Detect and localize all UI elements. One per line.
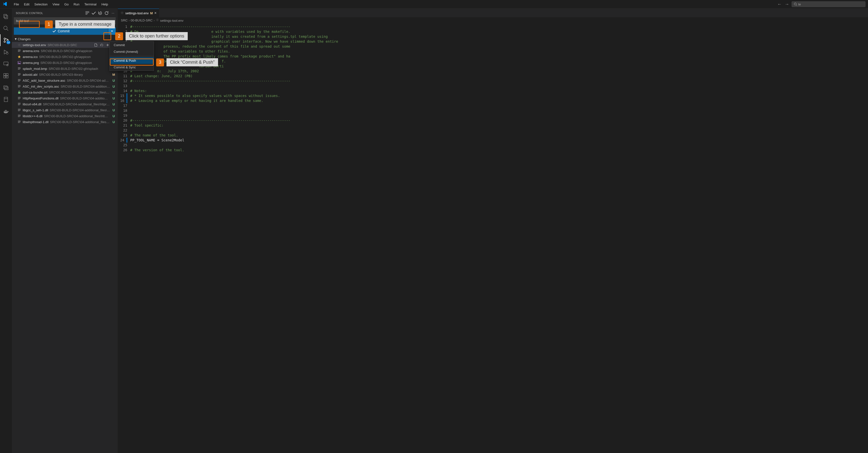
close-icon[interactable]: × [154,11,157,15]
file-path: SRC\00-BUILD-SRC\04-additional_files\htt… [44,114,110,118]
file-path: SRC\00-BUILD-SRC\02-gfx\appicon [40,61,110,65]
file-item[interactable]: curl-ca-bundle.crtSRC\00-BUILD-SRC\04-ad… [12,89,118,95]
breadcrumb-segment[interactable]: settings-tool.env [156,18,184,23]
commit-option[interactable]: Commit (Amend) [110,48,154,55]
file-item[interactable]: settings-tool.envSRC\00-BUILD-SRCM [12,42,118,48]
extensions-tab[interactable] [0,70,12,82]
svg-rect-19 [4,97,8,102]
file-path: SRC\00-BUILD-SRC\04-additional_files\… [50,108,110,112]
view-changes-icon[interactable] [85,10,90,16]
file-item[interactable]: ASC_add_base_structure.ascSRC\00-BUILD-S… [12,78,118,83]
file-name: ASC_add_base_structure.asc [23,79,65,82]
source-control-tab[interactable]: 14 [0,34,12,46]
open-file-icon[interactable] [93,42,98,48]
lines-icon [17,79,21,82]
file-name: HttpRequestFunctions.dll [23,96,58,100]
gear-icon [17,43,21,47]
file-status: U [112,120,116,124]
menu-run[interactable]: Run [71,1,82,7]
lines-icon [17,108,21,112]
svg-point-0 [794,3,797,5]
nav-forward-icon[interactable]: → [784,2,789,7]
file-path: SRC\00-BUILD-SRC\04-additiona… [60,85,110,88]
menu-go[interactable]: Go [62,1,71,7]
file-name: splash_mod.bmp [23,67,47,70]
window-tab[interactable] [0,82,12,93]
file-status: U [112,114,116,118]
svg-rect-15 [6,76,8,78]
file-item[interactable]: HttpRequestFunctions.dllSRC\00-BUILD-SRC… [12,95,118,101]
svg-point-21 [19,44,20,46]
nav-back-icon[interactable]: ← [777,2,782,7]
svg-point-25 [122,12,123,13]
commit-button[interactable]: Commit [14,27,108,35]
file-item[interactable]: areena.icnsSRC\00-BUILD-SRC\02-gfx\appic… [12,48,118,54]
file-path: SRC\00-BUILD-SRC\04-additional_files\… [49,91,110,94]
commit-check-icon[interactable] [91,10,96,16]
gear-icon [120,11,124,15]
file-path: SRC\00-BUILD-SRC\04-additional_files… [50,120,110,124]
file-item[interactable]: ASC_init_dev_scripts.ascSRC\00-BUILD-SRC… [12,83,118,89]
menu-help[interactable]: Help [99,1,111,7]
breadcrumb-segment[interactable]: SRC [121,19,127,22]
docker-tab[interactable] [0,105,12,117]
menu-terminal[interactable]: Terminal [82,1,99,7]
file-name: areena.ico [23,55,38,59]
refresh-icon[interactable] [104,10,109,16]
commit-option[interactable]: Commit & Sync [110,64,154,70]
explorer-tab[interactable] [0,10,12,23]
svg-rect-14 [4,76,6,78]
commit-option[interactable]: Commit [110,42,154,48]
menu-file[interactable]: File [11,1,22,7]
search-tab[interactable] [0,23,12,34]
breadcrumbs[interactable]: SRC›00-BUILD-SRC›settings-tool.env [118,17,868,23]
lines-icon [17,102,21,106]
file-item[interactable]: adostd.ablSRC\00-BUILD-SRC\03-libraryM [12,71,118,78]
remote-tab[interactable] [0,58,12,70]
svg-point-7 [4,41,5,42]
menu-edit[interactable]: Edit [22,1,32,7]
svg-rect-2 [4,14,7,18]
file-status: U [112,96,116,100]
breadcrumb-segment[interactable]: 00-BUILD-SRC [131,19,153,22]
menu-view[interactable]: View [50,1,62,7]
commit-option[interactable]: Commit & Push [110,57,154,64]
lines-icon [17,84,21,88]
discard-icon[interactable] [99,42,104,48]
command-center-input[interactable]: te [792,1,866,7]
svg-rect-17 [4,86,7,89]
menu-selection[interactable]: Selection [32,1,50,7]
todo-tab[interactable] [0,93,12,105]
source-control-panel: SOURCE CONTROL ··· Commit [12,9,118,453]
star-icon [17,55,21,59]
lines-icon [17,49,21,53]
history-icon[interactable] [97,10,103,16]
more-icon[interactable]: ··· [110,10,116,16]
editor-area: settings-tool.env M × SRC›00-BUILD-SRC›s… [118,9,868,453]
file-path: SRC\00-BUILD-SRC\02-gfx\appicon [39,55,110,59]
file-item[interactable]: libstdc++-6.dllSRC\00-BUILD-SRC\04-addit… [12,113,118,119]
lines-icon [17,96,21,100]
annotation-2: 2 Click to open further options [113,32,188,40]
file-name: libwinpthread-1.dll [23,120,49,124]
file-item[interactable]: areena.icoSRC\00-BUILD-SRC\02-gfx\appico… [12,54,118,60]
changes-section-header[interactable]: ▶ Changes [12,36,118,42]
file-item[interactable]: libwinpthread-1.dllSRC\00-BUILD-SRC\04-a… [12,119,118,125]
lines-icon [17,72,21,77]
svg-point-9 [6,52,8,54]
file-status: U [112,79,116,82]
file-status: U [112,91,116,94]
chevron-down-icon: ▶ [14,38,17,40]
file-status: U [112,102,116,106]
file-item[interactable]: areena.pngSRC\00-BUILD-SRC\02-gfx\appico… [12,60,118,66]
file-name: settings-tool.env [23,43,46,47]
file-item[interactable]: libcurl-x64.dllSRC\00-BUILD-SRC\04-addit… [12,101,118,107]
code-content[interactable]: #---------------------------------------… [130,23,868,453]
changes-file-list: settings-tool.envSRC\00-BUILD-SRCMareena… [12,42,118,125]
file-item[interactable]: splash_mod.bmpSRC\00-BUILD-SRC\02-gfx\sp… [12,66,118,71]
file-status: U [112,85,116,88]
editor-tab-active[interactable]: settings-tool.env M × [118,9,159,17]
changes-label: Changes [18,37,31,41]
file-item[interactable]: libgcc_s_seh-1.dllSRC\00-BUILD-SRC\04-ad… [12,107,118,113]
run-debug-tab[interactable] [0,46,12,58]
